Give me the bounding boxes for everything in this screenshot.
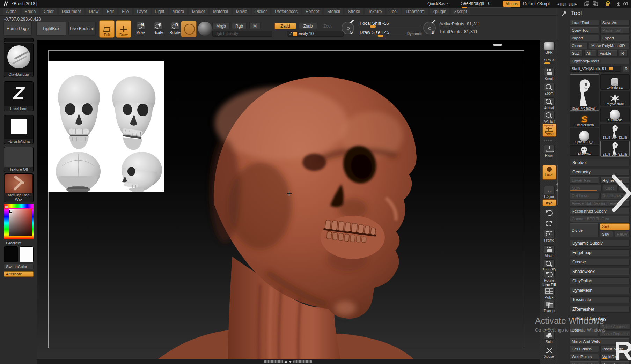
xpose-button[interactable]: Xpose [542,346,557,358]
rotate3d-button[interactable]: Rotate [542,270,557,282]
floor-button[interactable]: Floor [542,145,557,157]
dynamesh-header[interactable]: DynaMesh [570,287,630,294]
thumb-skull-main[interactable]: Skull_V04(Skull) [570,74,599,111]
switch-color-button[interactable]: SwitchColor [4,264,34,269]
m-button[interactable]: M [249,23,261,29]
draw-size-track[interactable] [360,36,406,36]
menu-brush[interactable]: Brush [22,8,39,15]
make-polymesh3d-button[interactable]: Make PolyMesh3D [589,43,630,49]
quicksave-button[interactable]: QuickSave [427,1,448,6]
draw-size-slider[interactable]: Draw Size 145 [360,30,406,36]
menu-color[interactable]: Color [41,8,57,15]
alternate-button[interactable]: Alternate [4,271,34,277]
thumb-cylinder3d[interactable]: Cylinder3D [600,74,630,90]
del-lower-button[interactable]: Del Lower [570,193,599,199]
draw-button[interactable]: Draw [116,20,131,38]
stroke-button[interactable] [181,21,197,37]
menu-macro[interactable]: Macro [169,8,187,15]
goz-r-button[interactable]: R [619,50,628,57]
spin-x-button[interactable] [542,219,557,228]
current-stroke-button[interactable]: Z FreeHand [4,81,34,111]
menu-zscript[interactable]: Zscript [451,8,470,15]
spix-track[interactable] [544,62,554,64]
goz-visible-button[interactable]: Visible [597,50,618,57]
export-button[interactable]: Export [600,35,630,41]
draw-size-knob[interactable] [378,35,383,37]
goz-button[interactable]: GoZ [570,50,583,57]
window-menu-icon[interactable] [623,2,628,6]
active-tool-slider[interactable]: Skull_V04(Skull). 51 [570,66,621,72]
lock-icon[interactable] [606,3,609,6]
tessimate-header[interactable]: Tessimate [570,296,630,303]
secondary-color-swatch[interactable] [20,246,34,262]
document-canvas[interactable] [37,40,540,364]
draw-size-icon[interactable]: D [423,22,436,34]
thumb-polymesh3d[interactable]: PolyMesh3D [600,91,630,106]
scrollbar-grip-left[interactable] [264,360,283,363]
menu-light[interactable]: Light [152,8,168,15]
subtool-section-header[interactable]: Subtool [570,159,630,166]
live-boolean-button[interactable]: Live Boolean [68,22,96,36]
see-through-slider[interactable]: See-through 0 [461,1,490,7]
menu-texture[interactable]: Texture [365,8,385,15]
menu-stencil[interactable]: Stencil [324,8,343,15]
canvas-bottom-scrollbar[interactable] [37,359,540,364]
menu-material[interactable]: Material [210,8,231,15]
copy-tool-button[interactable]: Copy Tool [570,27,599,34]
menu-edit[interactable]: Edit [103,8,117,15]
rgb-button[interactable]: Rgb [232,23,247,29]
mrgb-button[interactable]: Mrgb [212,23,230,29]
save-as-button[interactable]: Save As [600,20,630,26]
smt-button[interactable]: Smt [600,223,630,230]
current-texture-button[interactable]: Texture Off [4,147,34,172]
minimize-icon[interactable] [616,2,621,6]
lightbox-tools-button[interactable]: Lightbox▶Tools [570,58,630,64]
thumb-skull-c[interactable]: Skull_V04(Skull) [600,141,630,157]
zadd-button[interactable]: Zadd [274,23,296,29]
crease-header[interactable]: Crease [570,259,630,266]
menus-button[interactable]: Menus [503,1,520,7]
transp-button[interactable]: Transp [542,300,557,313]
menu-preferences[interactable]: Preferences [272,8,301,15]
tool-palette-icon[interactable] [560,10,568,17]
skull-3d-model[interactable] [37,40,540,364]
weldpoints-button[interactable]: WeldPoints [570,354,599,360]
dynamic-label[interactable]: Dynamic [407,32,422,36]
move-button[interactable]: M Move [134,22,147,35]
move3d-button[interactable]: Move [542,245,557,258]
rotate-button[interactable]: R Rotate [168,22,182,35]
thumb-sphere3d[interactable]: Sphere3D [600,107,630,122]
xyz-button[interactable]: xyz [542,199,557,206]
scroll-up-icon[interactable] [284,361,288,363]
menu-render[interactable]: Render [302,8,322,15]
actual-button[interactable]: Actual [542,97,557,110]
zsub-button[interactable]: Zsub [299,23,317,29]
color-picker[interactable] [4,204,34,239]
thumb-skullv01[interactable]: SkullV01 [570,145,599,156]
load-tool-button[interactable]: Load Tool [570,20,599,26]
zoom-button[interactable]: Zoom [542,83,557,95]
menu-alpha[interactable]: Alpha [3,8,20,15]
z-intensity-knob[interactable] [293,32,297,36]
panel-expand-chevron[interactable] [610,174,631,213]
default-zscript-button[interactable]: DefaultZScript [523,1,550,6]
see-through-track[interactable] [462,7,511,8]
zcut-button[interactable]: Zcut [320,23,335,29]
picker-cursor[interactable] [9,210,12,213]
focal-shift-icon[interactable]: S [342,22,354,34]
zremesher-header[interactable]: ZRemesher [570,306,630,313]
material-sphere-button[interactable] [198,22,212,36]
clone-button[interactable]: Clone [570,43,588,49]
tool-r-button[interactable]: R [623,66,630,72]
focal-shift-slider[interactable]: Focal Shift -56 [360,21,420,27]
welddist-knob[interactable] [602,358,608,360]
scrollbar-arrows[interactable] [284,361,292,363]
goz-all-button[interactable]: All [584,50,596,57]
z-intensity-slider[interactable]: Z Intensity 10 [287,31,344,37]
del-hidden-button[interactable]: Del Hidden [570,346,599,352]
spix-slider[interactable]: SPix 3 [542,58,557,65]
divide-button[interactable]: Divide [570,223,599,237]
current-alpha-button[interactable]: ~BrushAlpha [4,115,34,144]
menu-layer[interactable]: Layer [134,8,151,15]
claypolish-header[interactable]: ClayPolish [570,277,630,284]
